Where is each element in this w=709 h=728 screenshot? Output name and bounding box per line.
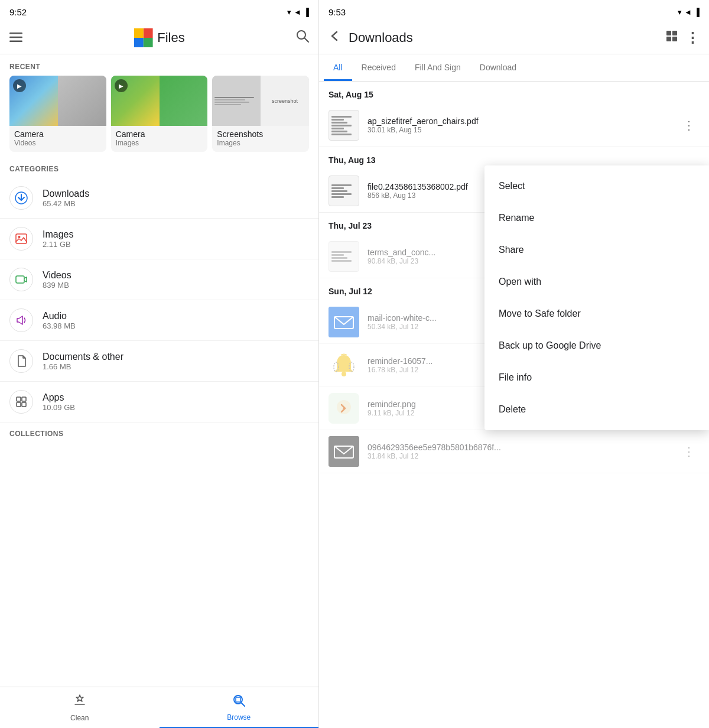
- back-button[interactable]: [329, 30, 342, 46]
- pdf-line: [331, 187, 344, 189]
- grid-view-button[interactable]: [665, 30, 678, 46]
- collections-label: COLLECTIONS: [0, 422, 318, 441]
- recent-name-3: Screenshots: [217, 129, 304, 139]
- tab-received[interactable]: Received: [352, 54, 405, 81]
- wifi-icon: ▾: [287, 8, 291, 17]
- recent-thumb-camera-videos: ▶: [9, 76, 106, 126]
- apps-size: 10.09 GB: [43, 403, 75, 412]
- recent-type-3: Images: [217, 139, 304, 147]
- categories-label: CATEGORIES: [0, 157, 318, 178]
- svg-rect-19: [236, 697, 240, 702]
- browse-icon: [232, 693, 246, 711]
- right-status-bar: 9:53 ▾ ◄ ▐: [319, 0, 709, 21]
- category-item-videos[interactable]: Videos 839 MB: [0, 259, 318, 300]
- file-name-7: 0964629356ee5e978b5801b6876f...: [367, 443, 678, 452]
- svg-rect-4: [143, 28, 152, 38]
- pdf-preview-1: [329, 110, 359, 140]
- recent-type-1: Videos: [14, 139, 102, 147]
- context-menu-file-info[interactable]: File info: [484, 362, 709, 394]
- right-panel: 9:53 ▾ ◄ ▐ Downloads ⋮ All Received Fill…: [319, 0, 709, 728]
- svg-rect-5: [134, 28, 143, 38]
- left-status-icons: ▾ ◄ ▐: [287, 8, 309, 17]
- pdf-line: [331, 251, 352, 253]
- category-item-images[interactable]: Images 2.11 GB: [0, 219, 318, 259]
- recent-card-camera-images[interactable]: ▶ Camera Images: [111, 76, 208, 152]
- file-info-1: ap_sizefitref_aeron_chairs.pdf 30.01 kB,…: [367, 116, 678, 134]
- search-button[interactable]: [296, 30, 309, 46]
- recent-card-screenshots[interactable]: screenshot Screenshots Images: [212, 76, 309, 152]
- nav-item-browse[interactable]: Browse: [160, 687, 319, 728]
- tab-all[interactable]: All: [324, 54, 352, 81]
- context-menu-share[interactable]: Share: [484, 234, 709, 266]
- svg-rect-13: [16, 276, 24, 283]
- apps-icon-wrap: [9, 390, 33, 414]
- svg-rect-3: [134, 38, 143, 47]
- app-logo: Files: [134, 28, 184, 47]
- tab-download[interactable]: Download: [470, 54, 526, 81]
- apps-text: Apps 10.09 GB: [43, 392, 75, 412]
- recent-card-camera-videos[interactable]: ▶ Camera Videos: [9, 76, 106, 152]
- context-menu: Select Rename Share Open with Move to Sa…: [484, 165, 709, 430]
- apps-icon: [15, 395, 28, 408]
- downloads-size: 65.42 MB: [43, 199, 89, 208]
- svg-rect-23: [672, 37, 677, 41]
- file-item-7[interactable]: 0964629356ee5e978b5801b6876f... 31.84 kB…: [319, 430, 709, 473]
- right-wifi-icon: ▾: [678, 8, 682, 17]
- left-toolbar: Files: [0, 21, 318, 54]
- context-menu-open-with[interactable]: Open with: [484, 266, 709, 298]
- downloads-name: Downloads: [43, 188, 89, 199]
- recent-info-3: Screenshots Images: [212, 126, 309, 152]
- left-status-time: 9:52: [9, 7, 27, 17]
- clean-icon: [73, 694, 87, 711]
- file-item-1[interactable]: ap_sizefitref_aeron_chairs.pdf 30.01 kB,…: [319, 104, 709, 147]
- file-thumb-7: [329, 436, 359, 467]
- context-menu-select[interactable]: Select: [484, 170, 709, 202]
- category-item-apps[interactable]: Apps 10.09 GB: [0, 382, 318, 422]
- category-item-documents[interactable]: Documents & other 1.66 MB: [0, 341, 318, 382]
- tabs-bar: All Received Fill And Sign Download: [319, 54, 709, 82]
- left-status-bar: 9:52 ▾ ◄ ▐: [0, 0, 318, 21]
- signal-icon: ◄: [294, 8, 301, 17]
- tab-fill-sign[interactable]: Fill And Sign: [405, 54, 470, 81]
- browse-label: Browse: [227, 713, 251, 722]
- recent-thumb-camera-images: ▶: [111, 76, 208, 126]
- recent-name-2: Camera: [116, 129, 203, 139]
- pdf-preview-2: [329, 176, 359, 206]
- hamburger-button[interactable]: [9, 30, 22, 46]
- right-signal-icon: ◄: [684, 8, 692, 17]
- svg-point-12: [18, 236, 21, 238]
- category-item-audio[interactable]: Audio 63.98 MB: [0, 300, 318, 341]
- context-menu-delete[interactable]: Delete: [484, 394, 709, 425]
- context-menu-backup-drive[interactable]: Back up to Google Drive: [484, 330, 709, 362]
- right-status-icons: ▾ ◄ ▐: [678, 8, 700, 17]
- recent-grid: ▶ Camera Videos ▶ Camera Images: [9, 76, 309, 152]
- app-title-label: Files: [157, 30, 184, 46]
- file-thumb-1: [329, 110, 359, 141]
- nav-item-clean[interactable]: Clean: [0, 687, 160, 728]
- file-thumb-4: [329, 307, 359, 337]
- play-badge-1: ▶: [13, 79, 26, 92]
- category-item-downloads[interactable]: Downloads 65.42 MB: [0, 178, 318, 219]
- svg-rect-2: [9, 40, 22, 42]
- downloads-icon-wrap: [9, 186, 33, 210]
- pdf-line: [331, 131, 347, 132]
- more-options-button[interactable]: ⋮: [685, 31, 700, 45]
- clean-label: Clean: [70, 714, 89, 722]
- svg-rect-20: [666, 31, 671, 35]
- recent-info-1: Camera Videos: [9, 126, 106, 152]
- videos-text: Videos 839 MB: [43, 270, 71, 290]
- file-name-1: ap_sizefitref_aeron_chairs.pdf: [367, 116, 678, 126]
- pdf-line: [331, 119, 344, 121]
- file-thumb-2: [329, 176, 359, 206]
- svg-rect-17: [22, 402, 26, 407]
- context-menu-move-safe[interactable]: Move to Safe folder: [484, 298, 709, 330]
- recent-label: RECENT: [0, 54, 318, 76]
- file-thumb-5: [329, 350, 359, 381]
- context-menu-rename[interactable]: Rename: [484, 202, 709, 234]
- battery-icon: ▐: [304, 8, 309, 17]
- audio-icon: [15, 314, 28, 327]
- file-more-button-7[interactable]: ⋮: [678, 442, 700, 461]
- documents-icon-wrap: [9, 349, 33, 373]
- videos-icon-wrap: [9, 268, 33, 291]
- file-more-button-1[interactable]: ⋮: [678, 116, 700, 135]
